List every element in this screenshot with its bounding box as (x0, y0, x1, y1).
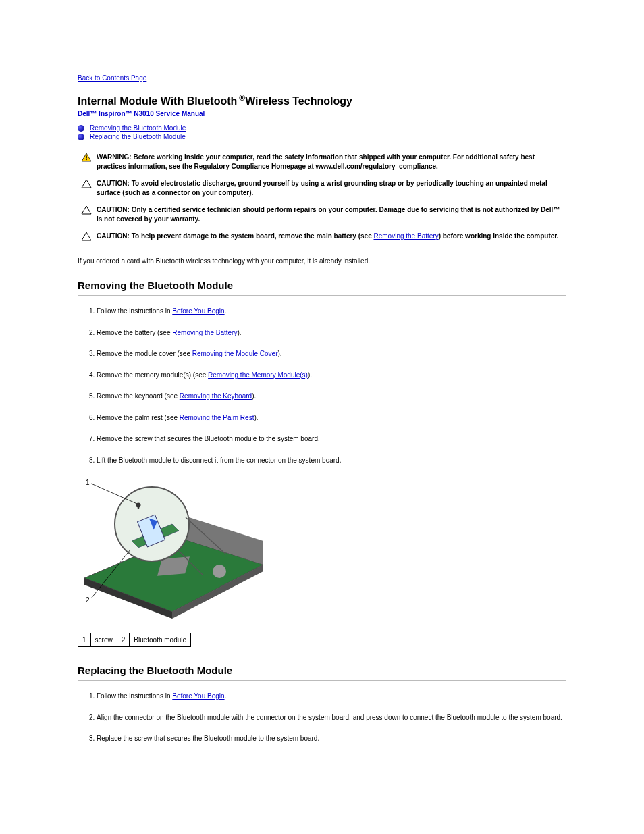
step-link[interactable]: Removing the Memory Module(s) (208, 371, 308, 379)
section-heading-replace: Replacing the Bluetooth Module (78, 664, 566, 676)
step-text: Remove the memory module(s) (see (97, 371, 208, 379)
step-text: Remove the module cover (see (97, 350, 192, 357)
notice-lead: CAUTION: (97, 206, 132, 213)
warning-triangle-icon (81, 153, 92, 162)
bullet-icon (78, 134, 84, 140)
step-item: Remove the keyboard (see Removing the Ke… (97, 392, 566, 401)
svg-text:1: 1 (86, 479, 90, 486)
step-item: Remove the screw that secures the Blueto… (97, 434, 566, 444)
notice-link[interactable]: Removing the Battery (373, 232, 438, 240)
step-text: ). (252, 392, 256, 400)
table-row: 1 screw 2 Bluetooth module (78, 633, 191, 647)
notice-body-before: To help prevent damage to the system boa… (132, 232, 374, 240)
toc-link-replace[interactable]: Replacing the Bluetooth Module (90, 133, 186, 140)
callout-num: 1 (78, 633, 91, 647)
step-text: Follow the instructions in (97, 307, 172, 315)
step-item: Replace the screw that secures the Bluet… (97, 734, 566, 744)
manual-subtitle: Dell™ Inspiron™ N3010 Service Manual (78, 110, 566, 118)
step-text: . (225, 692, 227, 700)
notice-body: To avoid electrostatic discharge, ground… (97, 180, 547, 197)
step-text: Replace the screw that secures the Bluet… (97, 735, 319, 742)
step-link[interactable]: Removing the Module Cover (192, 350, 278, 357)
step-text: Lift the Bluetooth module to disconnect … (97, 457, 341, 464)
toc-item: Replacing the Bluetooth Module (78, 133, 566, 140)
notice-lead: CAUTION: (97, 180, 132, 187)
notice-warning: WARNING: Before working inside your comp… (78, 150, 566, 176)
toc-list: Removing the Bluetooth Module Replacing … (78, 124, 566, 140)
svg-marker-3 (82, 180, 91, 188)
section-heading-remove: Removing the Bluetooth Module (78, 280, 566, 291)
divider (78, 680, 566, 681)
step-text: Remove the palm rest (see (97, 414, 180, 421)
notice-body-after: ) before working inside the computer. (439, 232, 559, 240)
replace-steps: Follow the instructions in Before You Be… (78, 692, 566, 744)
bullet-icon (78, 125, 84, 132)
notice-lead: CAUTION: (97, 232, 132, 240)
step-text: Remove the keyboard (see (97, 392, 180, 400)
toc-link-remove[interactable]: Removing the Bluetooth Module (90, 124, 186, 132)
step-item: Remove the memory module(s) (see Removin… (97, 371, 566, 380)
step-link[interactable]: Removing the Keyboard (180, 392, 252, 400)
notice-body: Only a certified service technician shou… (97, 206, 560, 223)
svg-marker-4 (82, 206, 91, 214)
step-item: Remove the palm rest (see Removing the P… (97, 413, 566, 423)
notice-lead: WARNING: (97, 153, 133, 161)
svg-rect-2 (86, 159, 87, 161)
back-to-contents-link[interactable]: Back to Contents Page (78, 74, 566, 82)
notice-caution: CAUTION: Only a certified service techni… (78, 203, 566, 229)
step-item: Align the connector on the Bluetooth mod… (97, 713, 566, 723)
callout-num: 2 (117, 633, 130, 647)
svg-rect-17 (138, 504, 139, 509)
callout-label: Bluetooth module (130, 633, 191, 647)
step-item: Follow the instructions in Before You Be… (97, 692, 566, 701)
step-text: . (225, 307, 227, 315)
remove-steps: Follow the instructions in Before You Be… (78, 307, 566, 465)
callout-table: 1 screw 2 Bluetooth module (78, 633, 191, 647)
notice-caution: CAUTION: To help prevent damage to the s… (78, 229, 566, 248)
step-text: Follow the instructions in (97, 692, 172, 700)
step-item: Lift the Bluetooth module to disconnect … (97, 456, 566, 465)
step-link[interactable]: Removing the Battery (172, 329, 237, 336)
caution-triangle-icon (81, 205, 92, 215)
step-text: Remove the battery (see (97, 329, 172, 336)
title-before-reg: Internal Module With Bluetooth (78, 95, 237, 107)
intro-paragraph: If you ordered a card with Bluetooth wir… (78, 257, 566, 265)
step-text: ). (254, 414, 258, 421)
step-text: ). (308, 371, 312, 379)
step-link[interactable]: Removing the Palm Rest (180, 414, 254, 421)
callout-label: screw (90, 633, 117, 647)
caution-triangle-icon (81, 179, 92, 188)
step-link[interactable]: Before You Begin (172, 692, 224, 700)
step-text: ). (237, 329, 241, 336)
registered-icon: ® (239, 93, 245, 103)
svg-point-11 (213, 565, 226, 578)
step-item: Remove the battery (see Removing the Bat… (97, 328, 566, 338)
svg-marker-5 (82, 232, 91, 240)
step-text: Align the connector on the Bluetooth mod… (97, 714, 562, 721)
page-title: Internal Module With Bluetooth ® Wireles… (78, 95, 566, 107)
step-item: Remove the module cover (see Removing th… (97, 349, 566, 359)
svg-text:2: 2 (86, 596, 90, 604)
svg-rect-1 (86, 156, 87, 159)
notice-caution: CAUTION: To avoid electrostatic discharg… (78, 176, 566, 203)
step-text: Remove the screw that secures the Blueto… (97, 435, 320, 442)
notices: WARNING: Before working inside your comp… (78, 150, 566, 248)
toc-item: Removing the Bluetooth Module (78, 124, 566, 132)
title-after-reg: Wireless Technology (245, 95, 352, 107)
figure-bluetooth-removal: 1 2 (78, 477, 566, 622)
divider (78, 295, 566, 296)
step-item: Follow the instructions in Before You Be… (97, 307, 566, 316)
step-link[interactable]: Before You Begin (172, 307, 224, 315)
notice-body: Before working inside your computer, rea… (97, 153, 535, 170)
step-text: ). (277, 350, 281, 357)
caution-triangle-icon (81, 232, 92, 241)
